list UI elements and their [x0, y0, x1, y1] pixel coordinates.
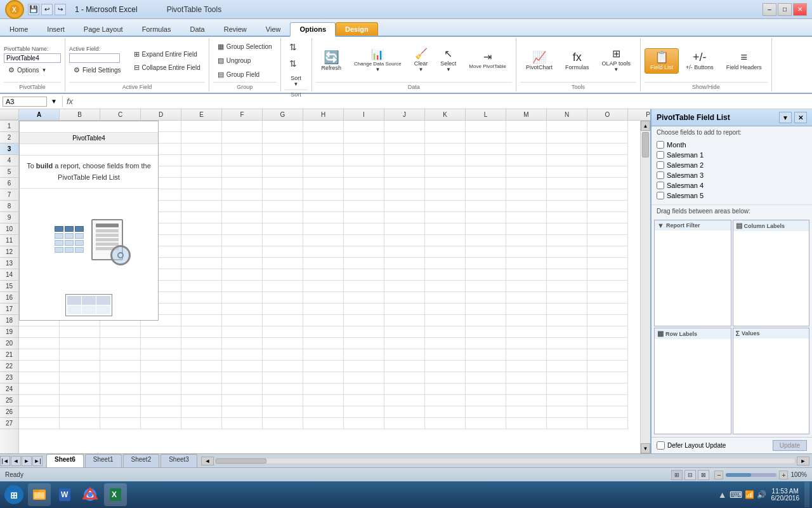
row-16[interactable]: 16 [0, 292, 18, 304]
field-item-salesman3[interactable]: Salesman 3 [657, 170, 807, 180]
zoom-level[interactable]: 100% [790, 471, 807, 478]
scroll-left-btn[interactable]: ◄ [201, 457, 214, 465]
cell-col7-row22[interactable] [303, 361, 344, 372]
cell-col13-row8[interactable] [547, 201, 587, 212]
drag-zone-row-labels-body[interactable] [655, 339, 731, 434]
scroll-track-h[interactable] [215, 458, 796, 464]
page-layout-btn[interactable]: ⊟ [684, 470, 696, 480]
row-12[interactable]: 12 [0, 246, 18, 258]
cell-col7-row11[interactable] [303, 235, 344, 246]
cell-col4-row18[interactable] [181, 315, 222, 326]
col-header-C[interactable]: C [100, 109, 141, 120]
cell-col9-row13[interactable] [384, 258, 425, 269]
cell-col7-row19[interactable] [303, 326, 344, 338]
clock[interactable]: 11:53 AM 6/20/2016 [771, 488, 800, 502]
cell-col8-row23[interactable] [344, 372, 384, 384]
cell-col0-row19[interactable] [19, 326, 60, 338]
cell-col12-row17[interactable] [506, 304, 547, 315]
group-selection-btn[interactable]: ▦ Group Selection [213, 41, 277, 53]
cell-H3[interactable] [303, 144, 344, 155]
cell-F2[interactable] [222, 132, 263, 144]
cell-col8-row24[interactable] [344, 384, 384, 395]
cell-col9-row21[interactable] [384, 349, 425, 361]
cell-col6-row12[interactable] [263, 246, 303, 258]
cell-col1-row21[interactable] [60, 349, 100, 361]
tab-view[interactable]: View [256, 22, 291, 36]
cell-col8-row15[interactable] [344, 281, 384, 292]
cell-col14-row19[interactable] [587, 326, 628, 338]
cell-col4-row27[interactable] [181, 418, 222, 429]
cell-col12-row13[interactable] [506, 258, 547, 269]
cell-col10-row23[interactable] [425, 372, 466, 384]
cell-K2[interactable] [425, 132, 466, 144]
cell-col10-row6[interactable] [425, 178, 466, 189]
drag-zone-report-filter-body[interactable] [655, 231, 731, 326]
cell-col4-row15[interactable] [181, 281, 222, 292]
cell-col6-row6[interactable] [263, 178, 303, 189]
cell-col10-row27[interactable] [425, 418, 466, 429]
page-break-btn[interactable]: ⊠ [698, 470, 709, 480]
cell-col11-row12[interactable] [466, 246, 506, 258]
cell-col12-row16[interactable] [506, 292, 547, 304]
row-9[interactable]: 9 [0, 212, 18, 224]
cell-col13-row14[interactable] [547, 269, 587, 281]
cell-col5-row14[interactable] [222, 269, 263, 281]
col-header-H[interactable]: H [303, 109, 344, 120]
cell-col5-row21[interactable] [222, 349, 263, 361]
cell-col9-row11[interactable] [384, 235, 425, 246]
cell-col5-row19[interactable] [222, 326, 263, 338]
cell-col5-row11[interactable] [222, 235, 263, 246]
cell-col8-row7[interactable] [344, 189, 384, 201]
drag-zone-row-labels[interactable]: ▦ Row Labels [654, 328, 731, 434]
cell-col2-row20[interactable] [100, 338, 141, 349]
cell-col7-row6[interactable] [303, 178, 344, 189]
cell-L3[interactable] [466, 144, 506, 155]
cell-col4-row9[interactable] [181, 212, 222, 224]
cell-col10-row4[interactable] [425, 155, 466, 166]
cell-col14-row13[interactable] [587, 258, 628, 269]
cell-col1-row25[interactable] [60, 395, 100, 406]
cell-col13-row10[interactable] [547, 224, 587, 235]
cell-col7-row27[interactable] [303, 418, 344, 429]
cell-col3-row26[interactable] [141, 406, 181, 418]
cell-col0-row21[interactable] [19, 349, 60, 361]
row-15[interactable]: 15 [0, 281, 18, 292]
cell-col12-row6[interactable] [506, 178, 547, 189]
cell-col6-row27[interactable] [263, 418, 303, 429]
cell-col2-row27[interactable] [100, 418, 141, 429]
cell-col9-row27[interactable] [384, 418, 425, 429]
cell-col12-row18[interactable] [506, 315, 547, 326]
cell-col12-row26[interactable] [506, 406, 547, 418]
cell-col13-row22[interactable] [547, 361, 587, 372]
sheet-nav-first[interactable]: |◄ [0, 456, 10, 466]
cell-col14-row14[interactable] [587, 269, 628, 281]
cell-col12-row21[interactable] [506, 349, 547, 361]
row-27[interactable]: 27 [0, 418, 18, 429]
olap-btn[interactable]: ⊞ OLAP tools ▼ [596, 46, 636, 76]
cell-col14-row10[interactable] [587, 224, 628, 235]
cell-col12-row4[interactable] [506, 155, 547, 166]
cell-col6-row11[interactable] [263, 235, 303, 246]
cell-J2[interactable] [384, 132, 425, 144]
cell-col1-row24[interactable] [60, 384, 100, 395]
cell-M2[interactable] [506, 132, 547, 144]
cell-col7-row4[interactable] [303, 155, 344, 166]
cell-col11-row27[interactable] [466, 418, 506, 429]
col-header-D[interactable]: D [141, 109, 181, 120]
cell-col5-row13[interactable] [222, 258, 263, 269]
cell-col10-row12[interactable] [425, 246, 466, 258]
scroll-track[interactable] [641, 131, 650, 443]
cell-col12-row8[interactable] [506, 201, 547, 212]
cell-col9-row14[interactable] [384, 269, 425, 281]
cell-col13-row26[interactable] [547, 406, 587, 418]
cell-col8-row6[interactable] [344, 178, 384, 189]
cell-col10-row11[interactable] [425, 235, 466, 246]
refresh-btn[interactable]: 🔄 Refresh [316, 48, 348, 74]
defer-checkbox[interactable] [657, 441, 665, 450]
cell-col8-row11[interactable] [344, 235, 384, 246]
field-item-salesman2[interactable]: Salesman 2 [657, 160, 807, 170]
col-header-A[interactable]: A [19, 109, 60, 120]
cell-col12-row25[interactable] [506, 395, 547, 406]
cell-col4-row24[interactable] [181, 384, 222, 395]
cell-col8-row25[interactable] [344, 395, 384, 406]
